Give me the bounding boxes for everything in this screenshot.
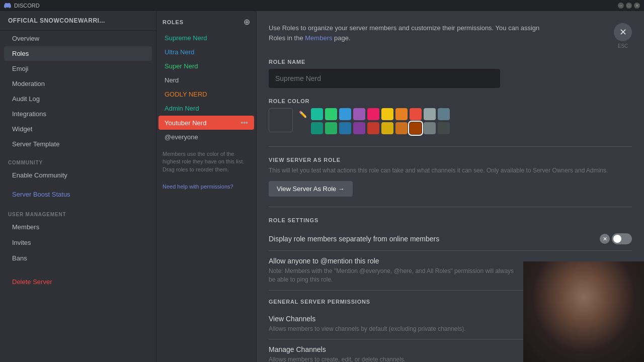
allow-mention-label: Allow anyone to @mention this role: [269, 257, 520, 265]
display-separately-x-icon[interactable]: ✕: [600, 234, 610, 244]
color-swatch-2ecc71[interactable]: [325, 108, 337, 120]
close-button[interactable]: ✕: [634, 3, 640, 9]
sidebar-item-widget[interactable]: Widget: [4, 122, 152, 136]
role-item-ultra-nerd[interactable]: Ultra Nerd: [158, 45, 254, 59]
color-grid: ✏️: [297, 108, 450, 136]
color-swatch-148f77[interactable]: [311, 122, 323, 134]
toggle-display-separately[interactable]: ✕: [600, 233, 632, 244]
color-swatch-c0392b[interactable]: [367, 122, 379, 134]
role-item-godly-nerd[interactable]: GODLY NERD: [158, 87, 254, 101]
discord-icon: [4, 2, 11, 9]
allow-mention-desc: Note: Members with the "Mention @everyon…: [269, 267, 520, 284]
view-server-section: VIEW SERVER AS ROLE This will let you te…: [269, 157, 632, 197]
sidebar-item-overview[interactable]: Overview: [4, 31, 152, 46]
color-edit-icon[interactable]: ✏️: [297, 108, 309, 120]
color-swatch-e67e22[interactable]: [395, 108, 408, 120]
view-channels-label-area: View Channels Allows members to view cha…: [269, 315, 466, 333]
role-item-super-nerd[interactable]: Super Nerd: [158, 59, 254, 73]
app-title: DISCORD: [14, 3, 40, 9]
community-section-header: COMMUNITY: [0, 152, 156, 167]
manage-channels-desc: Allows members to create, edit, or delet…: [269, 355, 406, 362]
role-name-input[interactable]: [269, 69, 500, 88]
role-item-everyone[interactable]: @everyone: [158, 130, 254, 144]
color-spacer: [297, 122, 309, 134]
sidebar-item-emoji[interactable]: Emoji: [4, 61, 152, 76]
color-swatch-f1c40f[interactable]: [381, 108, 393, 120]
content-description: Use Roles to organize your server member…: [269, 23, 550, 43]
toggle-label-area: Display role members separately from onl…: [269, 235, 439, 243]
color-swatch-95a5a6[interactable]: [424, 108, 436, 120]
titlebar-controls: ─ □ ✕: [618, 3, 640, 9]
roles-add-button[interactable]: ⊕: [244, 17, 250, 27]
left-sidebar: OFFICIAL SNOWCONEWARRI... Overview Roles…: [0, 11, 156, 362]
color-row-1: ✏️: [297, 108, 450, 120]
main-layout: OFFICIAL SNOWCONEWARRI... Overview Roles…: [0, 11, 644, 362]
role-name-section: ROLE NAME: [269, 59, 632, 88]
view-server-desc: This will let you test what actions this…: [269, 166, 632, 175]
allow-mention-label-area: Allow anyone to @mention this role Note:…: [269, 257, 520, 284]
content-header: Use Roles to organize your server member…: [269, 23, 632, 49]
server-name: OFFICIAL SNOWCONEWARRI...: [0, 11, 156, 31]
view-server-button[interactable]: View Server As Role →: [269, 181, 353, 197]
close-button-circle[interactable]: ✕: [614, 23, 632, 41]
sidebar-item-members[interactable]: Members: [4, 220, 152, 234]
role-color-label: ROLE COLOR: [269, 98, 632, 104]
divider-2: [269, 207, 632, 207]
sidebar-item-audit-log[interactable]: Audit Log: [4, 92, 152, 106]
sidebar-item-server-template[interactable]: Server Template: [4, 137, 152, 151]
role-dots-icon[interactable]: •••: [240, 119, 248, 127]
roles-header: ROLES ⊕: [156, 11, 256, 31]
color-swatch-607d8b[interactable]: [438, 108, 450, 120]
webcam-person: [523, 261, 644, 362]
color-row-2: [297, 122, 450, 134]
sidebar-item-moderation[interactable]: Moderation: [4, 76, 152, 91]
roles-help-link[interactable]: Need help with permissions?: [156, 179, 256, 194]
role-settings-title: ROLE SETTINGS: [269, 217, 632, 223]
sidebar-item-server-boost-status[interactable]: Server Boost Status: [4, 187, 152, 202]
role-item-youtuber-nerd[interactable]: Youtuber Nerd •••: [158, 116, 254, 130]
sidebar-item-delete-server[interactable]: Delete Server: [4, 275, 152, 289]
color-picker-area: ✏️: [269, 108, 632, 136]
color-swatch-1abc9c[interactable]: [311, 108, 323, 120]
titlebar-left: DISCORD: [4, 2, 40, 9]
role-item-supreme-nerd[interactable]: Supreme Nerd: [158, 31, 254, 45]
color-swatch-3498db[interactable]: [339, 108, 351, 120]
members-link[interactable]: Members: [305, 34, 332, 42]
view-channels-label: View Channels: [269, 315, 466, 323]
close-esc-button[interactable]: ✕ ESC: [614, 23, 632, 49]
color-swatch-424949[interactable]: [438, 122, 450, 134]
role-color-section: ROLE COLOR ✏️: [269, 98, 632, 136]
display-separately-toggle[interactable]: [612, 233, 632, 244]
color-swatch-ca6f1e[interactable]: [395, 122, 408, 134]
role-item-nerd[interactable]: Nerd: [158, 73, 254, 87]
sidebar-item-integrations[interactable]: Integrations: [4, 107, 152, 121]
role-name-label: ROLE NAME: [269, 59, 632, 65]
minimize-button[interactable]: ─: [618, 3, 624, 9]
color-swatch-27ae60[interactable]: [325, 122, 337, 134]
color-swatch-717d7e[interactable]: [424, 122, 436, 134]
sidebar-item-invites[interactable]: Invites: [4, 235, 152, 250]
manage-channels-label: Manage Channels: [269, 345, 406, 353]
sidebar-item-enable-community[interactable]: Enable Community: [4, 168, 152, 183]
view-server-title: VIEW SERVER AS ROLE: [269, 157, 632, 163]
color-swatch-9b59b6[interactable]: [353, 108, 365, 120]
color-swatch-d4ac0d[interactable]: [381, 122, 393, 134]
roles-info-text: Members use the color of the highest rol…: [156, 144, 256, 179]
color-swatch-e91e63[interactable]: [367, 108, 379, 120]
webcam-overlay: [523, 261, 644, 362]
color-swatch-7d3c98[interactable]: [353, 122, 365, 134]
color-swatch-2471a3[interactable]: [339, 122, 351, 134]
esc-label: ESC: [618, 43, 628, 49]
role-item-admin-nerd[interactable]: Admin Nerd: [158, 102, 254, 115]
sidebar-section-overview: Overview Roles Emoji Moderation Audit Lo…: [0, 31, 156, 152]
toggle-row-display-separately: Display role members separately from onl…: [269, 227, 632, 251]
sidebar-item-roles[interactable]: Roles: [4, 46, 152, 61]
sidebar-item-bans[interactable]: Bans: [4, 251, 152, 265]
color-swatch-a04000-selected[interactable]: [410, 122, 422, 134]
maximize-button[interactable]: □: [626, 3, 632, 9]
main-content: Use Roles to organize your server member…: [257, 11, 644, 362]
color-swatch-e74c3c[interactable]: [410, 108, 422, 120]
server-boost-container: Server Boost Status: [4, 187, 152, 202]
titlebar: DISCORD ─ □ ✕: [0, 0, 644, 11]
selected-color-swatch[interactable]: [269, 108, 293, 132]
